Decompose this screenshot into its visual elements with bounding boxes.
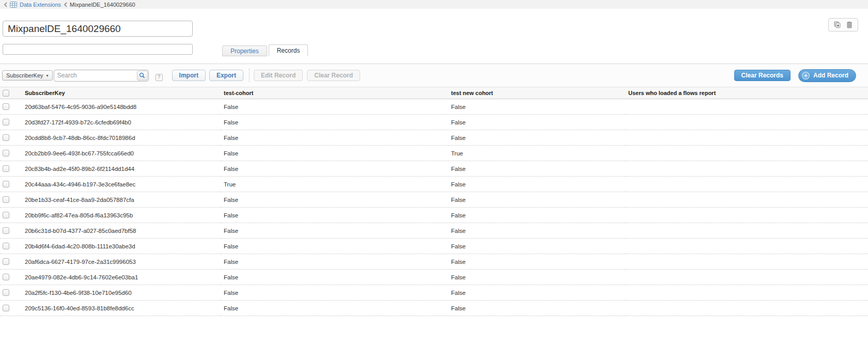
chevron-down-icon: ▾ [47, 73, 49, 78]
cell-test-cohort: False [221, 301, 448, 316]
cell-test-new-cohort: False [448, 301, 625, 316]
cell-test-new-cohort: True [448, 146, 625, 161]
import-button[interactable]: Import [172, 70, 206, 81]
cell-test-cohort: False [221, 115, 448, 130]
select-all-checkbox[interactable] [3, 90, 9, 97]
cell-subscriber-key: 20be1b33-ceaf-41ce-8aa9-2da057887cfa [22, 192, 221, 208]
data-extension-grid-icon [10, 2, 17, 8]
cell-users-flows-report [625, 161, 868, 177]
description-input[interactable] [3, 44, 193, 55]
cell-users-flows-report [625, 239, 868, 254]
cell-users-flows-report [625, 99, 868, 115]
table-row[interactable]: 20ae4979-082e-4db6-9c14-7602e6e03ba1Fals… [0, 270, 868, 285]
cell-subscriber-key: 20b6c31d-b07d-4377-a027-85c0aed7bf58 [22, 223, 221, 239]
cell-test-new-cohort: False [448, 285, 625, 301]
cell-test-cohort: False [221, 192, 448, 208]
cell-users-flows-report [625, 115, 868, 130]
help-icon[interactable]: ? [156, 74, 163, 81]
table-row[interactable]: 20be1b33-ceaf-41ce-8aa9-2da057887cfaFals… [0, 192, 868, 208]
column-header-users-flows-report: Users who loaded a flows report [625, 87, 868, 99]
plus-icon: + [802, 72, 810, 80]
tab-properties-label: Properties [230, 48, 259, 55]
table-row[interactable]: 20d3fd27-172f-4939-b72c-6cfedb69f4b0Fals… [0, 115, 868, 130]
row-checkbox[interactable] [3, 150, 9, 156]
row-checkbox[interactable] [3, 119, 9, 125]
row-checkbox[interactable] [3, 274, 9, 280]
table-row[interactable]: 20cdd8b8-9cb7-48db-86cc-8fdc7018986dFals… [0, 130, 868, 146]
cell-test-new-cohort: False [448, 115, 625, 130]
trash-icon[interactable] [846, 21, 853, 28]
column-header-test-cohort: test-cohort [221, 87, 448, 99]
row-checkbox[interactable] [3, 243, 9, 249]
row-checkbox[interactable] [3, 305, 9, 311]
tab-bar: Properties Records [222, 44, 308, 56]
cell-subscriber-key: 20cdd8b8-9cb7-48db-86cc-8fdc7018986d [22, 130, 221, 146]
search-box [54, 70, 149, 82]
detail-header: Properties Records [0, 9, 868, 64]
tab-records[interactable]: Records [269, 44, 308, 56]
cell-test-cohort: False [221, 270, 448, 285]
cell-users-flows-report [625, 146, 868, 161]
add-record-button[interactable]: + Add Record [798, 69, 856, 82]
row-checkbox[interactable] [3, 103, 9, 110]
cell-subscriber-key: 20ae4979-082e-4db6-9c14-7602e6e03ba1 [22, 270, 221, 285]
row-checkbox[interactable] [3, 289, 9, 296]
breadcrumb: Data Extensions MixpanelDE_1640029660 [0, 0, 868, 9]
table-row[interactable]: 20c44aaa-434c-4946-b197-3e3ce6fae8ecTrue… [0, 177, 868, 192]
table-row[interactable]: 20cb2bb9-9ee6-493f-bc67-755fcca66ed0Fals… [0, 146, 868, 161]
table-header-row: SubscriberKey test-cohort test new cohor… [0, 87, 868, 99]
cell-users-flows-report [625, 285, 868, 301]
cell-subscriber-key: 20bb9f6c-af82-47ea-805d-f6a13963c95b [22, 208, 221, 223]
table-row[interactable]: 20bb9f6c-af82-47ea-805d-f6a13963c95bFals… [0, 208, 868, 223]
tab-properties[interactable]: Properties [222, 45, 267, 56]
row-checkbox[interactable] [3, 134, 9, 141]
cell-test-cohort: False [221, 285, 448, 301]
table-row[interactable]: 20b6c31d-b07d-4377-a027-85c0aed7bf58Fals… [0, 223, 868, 239]
cell-subscriber-key: 20a2f5fc-f130-4be6-9f38-10e710e95d60 [22, 285, 221, 301]
clear-records-button[interactable]: Clear Records [734, 70, 791, 81]
cell-test-new-cohort: False [448, 161, 625, 177]
cell-subscriber-key: 20c44aaa-434c-4946-b197-3e3ce6fae8ec [22, 177, 221, 192]
breadcrumb-current: MixpanelDE_1640029660 [70, 2, 135, 8]
row-checkbox[interactable] [3, 258, 9, 265]
row-checkbox[interactable] [3, 181, 9, 187]
table-row[interactable]: 20af6dca-6627-4179-97ce-2a31c9996053Fals… [0, 254, 868, 270]
copy-icon[interactable] [834, 21, 842, 28]
records-toolbar: SubscriberKey ▾ ? Import Export Edit Rec… [0, 64, 868, 87]
toolbar-divider [249, 69, 250, 82]
table-row[interactable]: 209c5136-16f0-40ed-8593-81b8fe8dd6ccFals… [0, 301, 868, 316]
column-header-test-new-cohort: test new cohort [448, 87, 625, 99]
edit-record-button[interactable]: Edit Record [254, 70, 303, 81]
records-panel: SubscriberKey ▾ ? Import Export Edit Rec… [0, 64, 868, 316]
tab-records-label: Records [277, 47, 300, 54]
toolbar-right-group: Clear Records + Add Record [734, 69, 856, 82]
table-row[interactable]: 20d63baf-5476-4c95-9036-a90e5148bdd8Fals… [0, 99, 868, 115]
search-field-selector[interactable]: SubscriberKey ▾ [2, 70, 53, 81]
cell-test-new-cohort: False [448, 239, 625, 254]
breadcrumb-link-data-extensions[interactable]: Data Extensions [20, 2, 61, 8]
row-checkbox[interactable] [3, 196, 9, 203]
cell-users-flows-report [625, 130, 868, 146]
search-input[interactable] [54, 72, 137, 79]
cell-subscriber-key: 20af6dca-6627-4179-97ce-2a31c9996053 [22, 254, 221, 270]
table-row[interactable]: 20c83b4b-ad2e-45f0-89b2-6f2114dd1d44Fals… [0, 161, 868, 177]
cell-test-cohort: False [221, 208, 448, 223]
column-header-subscriber-key: SubscriberKey [22, 87, 221, 99]
cell-test-new-cohort: False [448, 254, 625, 270]
clear-record-button[interactable]: Clear Record [307, 70, 360, 81]
row-checkbox[interactable] [3, 227, 9, 234]
table-row[interactable]: 20a2f5fc-f130-4be6-9f38-10e710e95d60Fals… [0, 285, 868, 301]
cell-test-cohort: False [221, 130, 448, 146]
back-chevron-icon[interactable] [4, 2, 7, 7]
cell-test-new-cohort: False [448, 99, 625, 115]
row-checkbox[interactable] [3, 212, 9, 218]
row-checkbox[interactable] [3, 165, 9, 172]
search-icon [139, 72, 145, 78]
name-input[interactable] [3, 21, 193, 37]
cell-test-cohort: False [221, 99, 448, 115]
cell-subscriber-key: 20cb2bb9-9ee6-493f-bc67-755fcca66ed0 [22, 146, 221, 161]
table-row[interactable]: 20b4d6f4-6dad-4c20-808b-1111e30abe3dFals… [0, 239, 868, 254]
export-button[interactable]: Export [209, 70, 243, 81]
search-button[interactable] [137, 71, 148, 81]
cell-test-new-cohort: False [448, 270, 625, 285]
